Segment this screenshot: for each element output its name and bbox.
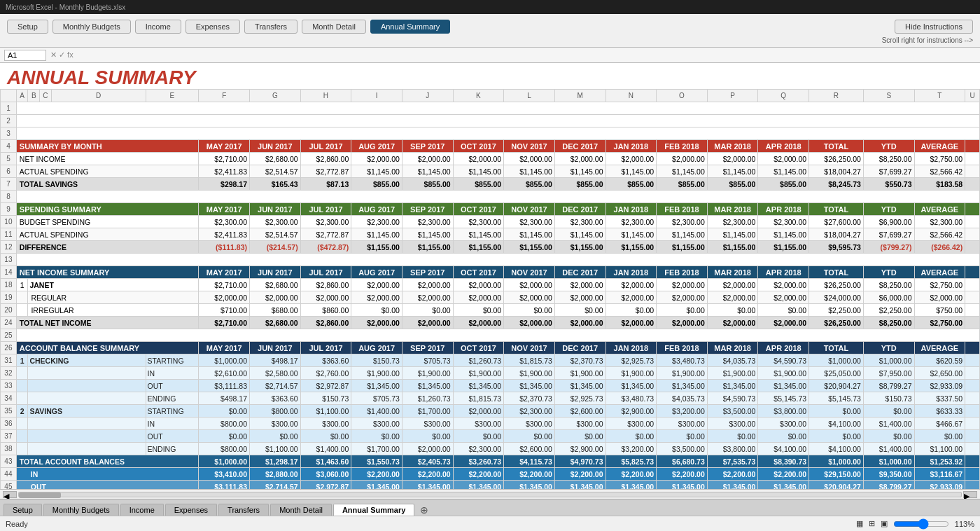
col-h[interactable]: H <box>300 90 351 102</box>
scroll-track[interactable] <box>18 492 962 497</box>
col-o[interactable]: O <box>657 90 708 102</box>
col-j[interactable]: J <box>402 90 453 102</box>
col-s[interactable]: S <box>863 90 914 102</box>
hide-instructions-button[interactable]: Hide Instructions <box>895 20 973 34</box>
page-title: ANNUAL SUMMARY <box>7 67 973 89</box>
col-a[interactable]: A <box>16 90 28 102</box>
status-bar: Ready ▦ ⊞ ▣ 113% <box>0 516 980 531</box>
scroll-thumb[interactable] <box>19 492 61 498</box>
total-savings-row: 7 TOTAL SAVINGS $298.17$165.43$87.13$855… <box>1 178 980 191</box>
col-q[interactable]: Q <box>758 90 809 102</box>
checking-out-row: 33 OUT $3,111.83$2,714.57$2,972.87$1,345… <box>1 380 980 392</box>
spending-summary-header-row: 9 SPENDING SUMMARY MAY 2017JUN 2017JUL 2… <box>1 203 980 216</box>
col-e[interactable]: E <box>146 90 199 102</box>
regular-row: 19 REGULAR $2,000.00$2,000.00$2,000.00$2… <box>1 291 980 304</box>
col-u[interactable]: U <box>965 90 980 102</box>
view-normal-icon[interactable]: ▦ <box>856 519 863 528</box>
tab-expenses[interactable]: Expenses <box>165 504 217 516</box>
sheet-tabs: Setup Monthly Budgets Income Expenses Tr… <box>0 499 980 516</box>
scroll-left-btn[interactable]: ◀ <box>3 491 17 498</box>
expenses-button[interactable]: Expenses <box>186 20 240 34</box>
horizontal-scrollbar[interactable]: ◀ ▶ <box>0 489 980 499</box>
col-p[interactable]: P <box>707 90 758 102</box>
row-8: 8 <box>1 191 980 203</box>
col-k[interactable]: K <box>453 90 504 102</box>
zoom-slider[interactable] <box>893 518 949 530</box>
net-income-row: 5 NET INCOME $2,710.00$2,680.00$2,860.00… <box>1 153 980 165</box>
col-n[interactable]: N <box>606 90 657 102</box>
scroll-right-btn[interactable]: ▶ <box>963 491 977 498</box>
janet-row: 18 1 JANET $2,710.00$2,680.00$2,860.00$2… <box>1 279 980 291</box>
irregular-row: 20 IRREGULAR $710.00$680.00$860.00$0.00$… <box>1 304 980 317</box>
budget-spending-row: 10 BUDGET SPENDING $2,300.00$2,300.00$2,… <box>1 216 980 228</box>
transfers-button[interactable]: Transfers <box>244 20 298 34</box>
col-i[interactable]: I <box>351 90 402 102</box>
month-detail-button[interactable]: Month Detail <box>302 20 366 34</box>
savings-ending-row: 38 ENDING $800.00$1,100.00$1,400.00$1,70… <box>1 443 980 455</box>
row-1: 1 <box>1 102 980 115</box>
total-out-row: 45 OUT $3,111.83$2,714.57$2,972.87$1,345… <box>1 481 980 490</box>
col-g[interactable]: G <box>250 90 301 102</box>
row-2: 2 <box>1 115 980 127</box>
actual-spending-ss-row: 11 ACTUAL SPENDING $2,411.83$2,514.57$2,… <box>1 228 980 241</box>
savings-out-row: 37 OUT $0.00$0.00$0.00$0.00$0.00$0.00$0.… <box>1 430 980 443</box>
checking-starting-row: 31 1 CHECKING STARTING $1,000.00$498.17$… <box>1 354 980 367</box>
savings-in-row: 36 IN $800.00$300.00$300.00$300.00$300.0… <box>1 418 980 430</box>
total-in-row: 44 IN $3,410.00$2,880.00$3,060.00$2,200.… <box>1 468 980 481</box>
col-f[interactable]: F <box>199 90 250 102</box>
col-b[interactable]: B <box>28 90 40 102</box>
net-income-summary-header-row: 14 NET INCOME SUMMARY MAY 2017JUN 2017JU… <box>1 266 980 279</box>
col-d[interactable]: D <box>51 90 146 102</box>
setup-button[interactable]: Setup <box>7 20 48 34</box>
col-m[interactable]: M <box>554 90 606 102</box>
zoom-level: 113% <box>955 520 974 528</box>
col-c[interactable]: C <box>40 90 52 102</box>
main-container: Microsoft Excel - Monthly Budgets.xlsx S… <box>0 0 980 531</box>
row-3: 3 <box>1 127 980 140</box>
spreadsheet: A B C D E F G H I J K L M N O P Q <box>0 89 980 489</box>
data-table: A B C D E F G H I J K L M N O P Q <box>0 89 980 489</box>
account-balance-header-row: 26 ACCOUNT BALANCE SUMMARY MAY 2017JUN 2… <box>1 342 980 354</box>
checking-in-row: 32 IN $2,610.00$2,580.00$2,760.00$1,900.… <box>1 367 980 380</box>
add-sheet-btn[interactable]: ⊕ <box>420 504 428 516</box>
summary-by-month-label: SUMMARY BY MONTH <box>16 140 199 153</box>
tab-transfers[interactable]: Transfers <box>218 504 269 516</box>
row-13: 13 <box>1 254 980 266</box>
row-25: 25 <box>1 329 980 342</box>
total-net-income-row: 24 TOTAL NET INCOME $2,710.00$2,680.00$2… <box>1 317 980 329</box>
ready-status: Ready <box>6 520 28 528</box>
actual-spending-row: 6 ACTUAL SPENDING $2,411.83$2,514.57$2,7… <box>1 165 980 178</box>
tab-setup[interactable]: Setup <box>4 504 42 516</box>
tab-income[interactable]: Income <box>120 504 164 516</box>
window-title: Microsoft Excel - Monthly Budgets.xlsx <box>6 4 125 11</box>
col-l[interactable]: L <box>504 90 555 102</box>
annual-summary-button[interactable]: Annual Summary <box>370 20 450 34</box>
col-t[interactable]: T <box>914 90 965 102</box>
ribbon: Setup Monthly Budgets Income Expenses Tr… <box>0 14 980 48</box>
monthly-budgets-button[interactable]: Monthly Budgets <box>52 20 131 34</box>
total-accounts-starting-row: 43 TOTAL ACCOUNT BALANCES $1,000.00$1,29… <box>1 455 980 468</box>
annual-summary-title-area: ANNUAL SUMMARY <box>0 63 980 89</box>
savings-starting-row: 35 2 SAVINGS STARTING $0.00$800.00$1,100… <box>1 405 980 418</box>
income-button[interactable]: Income <box>135 20 181 34</box>
view-layout-icon[interactable]: ⊞ <box>869 519 875 528</box>
nav-buttons: Setup Monthly Budgets Income Expenses Tr… <box>0 17 980 36</box>
col-r[interactable]: R <box>809 90 864 102</box>
checking-ending-row: 34 ENDING $498.17$363.60$150.73$705.73$1… <box>1 392 980 405</box>
difference-row: 12 DIFFERENCE ($111.83)($214.57)($472.87… <box>1 241 980 254</box>
tab-annual-summary[interactable]: Annual Summary <box>333 504 414 516</box>
name-box[interactable] <box>4 50 46 61</box>
formula-bar: ✕ ✓ fx <box>0 48 980 63</box>
view-page-icon[interactable]: ▣ <box>881 519 888 528</box>
corner-header <box>1 90 17 102</box>
summary-by-month-header-row: 4 SUMMARY BY MONTH MAY 2017 JUN 2017 JUL… <box>1 140 980 153</box>
scroll-hint: Scroll right for instructions --> <box>0 36 980 44</box>
tab-monthly-budgets[interactable]: Monthly Budgets <box>43 504 119 516</box>
tab-month-detail[interactable]: Month Detail <box>270 504 332 516</box>
